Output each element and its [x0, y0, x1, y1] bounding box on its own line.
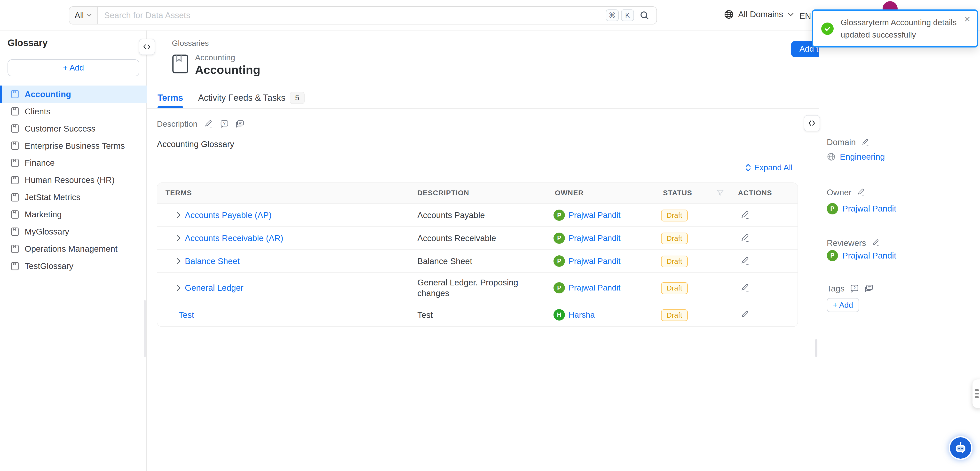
status-badge: Draft — [661, 232, 687, 244]
glossary-book-icon — [11, 158, 19, 168]
tags-comments-icon[interactable] — [865, 284, 873, 293]
sidebar-item-label: Finance — [25, 158, 55, 168]
expand-all-icon — [745, 164, 751, 172]
chevron-down-icon — [86, 13, 92, 17]
add-tag-button[interactable]: + Add — [827, 298, 859, 312]
glossary-entity-icon — [172, 54, 189, 74]
avatar: P — [554, 255, 565, 267]
term-link[interactable]: Accounts Receivable (AR) — [185, 233, 283, 243]
comments-icon[interactable] — [235, 120, 244, 129]
chevron-right-icon[interactable] — [174, 211, 183, 220]
edit-term-icon[interactable] — [730, 234, 797, 243]
owner-link[interactable]: Prajwal Pandit — [568, 234, 620, 243]
edit-description-icon[interactable] — [204, 120, 213, 129]
edit-term-icon[interactable] — [730, 310, 797, 320]
term-link[interactable]: General Ledger — [185, 283, 243, 293]
owner-link[interactable]: Prajwal Pandit — [568, 210, 620, 220]
sidebar-item-operations-management[interactable]: Operations Management — [0, 240, 147, 258]
sidebar-item-jetstat-metrics[interactable]: JetStat Metrics — [0, 189, 147, 206]
edit-domain-icon[interactable] — [862, 138, 870, 146]
search-filter-select[interactable]: All — [69, 7, 98, 24]
column-owner: OWNER — [547, 189, 655, 197]
owner-link[interactable]: Prajwal Pandit — [568, 256, 620, 266]
owner-link[interactable]: P Prajwal Pandit — [827, 203, 896, 214]
language-label: EN — [799, 11, 811, 21]
sidebar-item-myglossary[interactable]: MyGlossary — [0, 223, 147, 240]
search-input[interactable] — [98, 10, 603, 20]
terms-table: TERMS DESCRIPTION OWNER STATUS ACTIONS A… — [157, 183, 798, 327]
search-icon[interactable] — [640, 10, 649, 20]
sidebar-item-label: Human Resources (HR) — [25, 175, 115, 185]
table-row: Accounts Payable (AP) Accounts Payable P… — [157, 204, 797, 226]
reviewer-link[interactable]: P Prajwal Pandit — [827, 250, 896, 261]
cmd-key-badge: ⌘ — [606, 10, 619, 21]
term-link[interactable]: Test — [178, 310, 194, 320]
sidebar-collapse-button[interactable] — [139, 39, 155, 55]
chat-bot-button[interactable] — [949, 436, 972, 460]
tab-activity-label: Activity Feeds & Tasks — [198, 93, 285, 103]
chevron-right-icon[interactable] — [174, 283, 183, 292]
term-link[interactable]: Balance Sheet — [185, 256, 240, 266]
glossary-book-icon — [11, 141, 19, 150]
avatar: P — [554, 282, 565, 293]
sidebar-item-marketing[interactable]: Marketing — [0, 206, 147, 223]
table-row: General Ledger General Ledger. Proposing… — [157, 272, 797, 303]
sidebar-item-finance[interactable]: Finance — [0, 154, 147, 172]
domains-selector[interactable]: All Domains — [724, 10, 794, 19]
owner-link[interactable]: Harsha — [568, 310, 595, 320]
sidebar-item-customer-success[interactable]: Customer Success — [0, 120, 147, 137]
globe-icon — [827, 153, 835, 161]
edit-owner-icon[interactable] — [857, 188, 865, 196]
term-link[interactable]: Accounts Payable (AP) — [185, 210, 272, 220]
sidebar-item-accounting[interactable]: Accounting — [0, 86, 147, 103]
right-panel-collapse-button[interactable] — [804, 115, 820, 131]
success-toast: Glossaryterm Accounting details updated … — [812, 10, 978, 48]
edit-reviewers-icon[interactable] — [872, 239, 880, 247]
edit-term-icon[interactable] — [730, 256, 797, 266]
close-icon[interactable]: ✕ — [964, 15, 970, 24]
content-scrollbar[interactable] — [815, 339, 818, 356]
success-check-icon — [821, 22, 834, 35]
add-glossary-button[interactable]: + Add — [8, 59, 139, 76]
breadcrumb[interactable]: Glossaries — [172, 39, 208, 48]
status-badge: Draft — [661, 282, 687, 294]
edit-term-icon[interactable] — [730, 210, 797, 220]
tab-bar: Terms Activity Feeds & Tasks 5 — [147, 88, 819, 109]
sidebar-item-human-resources[interactable]: Human Resources (HR) — [0, 172, 147, 189]
filter-icon[interactable] — [716, 189, 724, 197]
request-description-icon[interactable]: ? — [220, 120, 229, 129]
expand-all-label: Expand All — [754, 163, 792, 172]
global-search: All ⌘ K — [69, 6, 657, 24]
domain-link[interactable]: Engineering — [827, 152, 885, 162]
sidebar-scrollbar[interactable] — [144, 300, 146, 357]
column-actions: ACTIONS — [730, 189, 797, 197]
avatar: P — [827, 203, 838, 214]
glossary-book-icon — [11, 193, 19, 202]
tab-terms[interactable]: Terms — [158, 88, 183, 108]
edit-term-icon[interactable] — [730, 283, 797, 293]
sidebar-title: Glossary — [8, 38, 48, 48]
request-tags-icon[interactable]: ? — [850, 284, 859, 293]
toast-message: Glossaryterm Accounting details updated … — [841, 16, 958, 41]
svg-text:?: ? — [223, 121, 225, 126]
glossary-book-icon — [11, 261, 19, 271]
tab-activity-feeds[interactable]: Activity Feeds & Tasks 5 — [198, 88, 304, 108]
term-description: Test — [409, 307, 547, 323]
sidebar-item-label: Accounting — [25, 89, 71, 99]
owner-link[interactable]: Prajwal Pandit — [568, 283, 620, 293]
edge-widget[interactable] — [972, 379, 980, 408]
chevron-right-icon[interactable] — [174, 257, 183, 266]
column-status: STATUS — [655, 189, 730, 197]
sidebar-item-enterprise-business-terms[interactable]: Enterprise Business Terms — [0, 137, 147, 154]
owner-section-label: Owner — [827, 188, 865, 197]
expand-all-button[interactable]: Expand All — [745, 163, 792, 172]
table-row: Test Test H Harsha Draft — [157, 303, 797, 326]
sidebar-item-testglossary[interactable]: TestGlossary — [0, 258, 147, 275]
entity-name: Accounting — [195, 53, 235, 62]
sidebar-item-clients[interactable]: Clients — [0, 103, 147, 120]
chevron-right-icon[interactable] — [174, 234, 183, 242]
glossary-book-icon — [11, 107, 19, 116]
tab-terms-label: Terms — [158, 93, 183, 103]
term-description: Balance Sheet — [409, 253, 547, 269]
domain-section-label: Domain — [827, 137, 870, 147]
